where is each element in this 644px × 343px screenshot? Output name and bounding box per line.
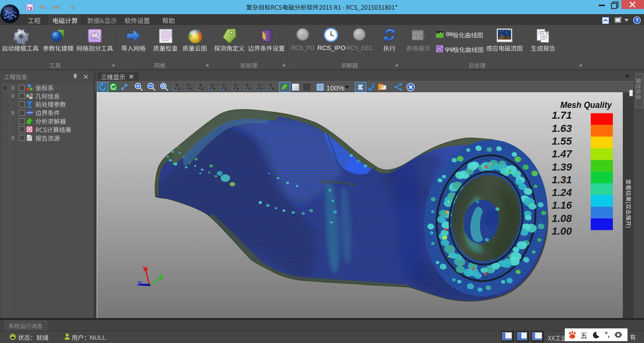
svg-text:z: z <box>268 87 270 90</box>
svg-text:1.55: 1.55 <box>552 135 572 147</box>
svg-text:y: y <box>270 83 272 87</box>
svg-text:x: x <box>213 87 215 90</box>
svg-text:z: z <box>245 87 247 90</box>
svg-text:1.71: 1.71 <box>552 109 572 121</box>
svg-text:1.08: 1.08 <box>552 212 572 224</box>
svg-text:?: ? <box>636 17 639 23</box>
svg-text:x: x <box>174 87 176 90</box>
svg-text:x: x <box>272 87 274 90</box>
svg-text:1.47: 1.47 <box>552 148 573 160</box>
svg-text:z: z <box>260 87 262 90</box>
svg-text:z: z <box>209 87 211 90</box>
svg-text:y: y <box>235 83 237 87</box>
svg-text:y: y <box>225 87 227 90</box>
svg-text:1.24: 1.24 <box>552 187 572 198</box>
svg-text:y: y <box>211 83 213 87</box>
svg-text:y: y <box>237 87 239 90</box>
svg-text:1.16: 1.16 <box>552 199 572 211</box>
svg-text:z: z <box>178 87 180 90</box>
svg-text:z: z <box>186 87 188 90</box>
svg-text:x: x <box>248 87 250 90</box>
svg-text:x: x <box>190 87 191 90</box>
svg-text:z: z <box>233 87 235 90</box>
svg-text:z: z <box>201 87 203 90</box>
svg-text:1.31: 1.31 <box>552 174 572 186</box>
svg-text:z: z <box>221 87 223 90</box>
svg-text:y: y <box>188 83 190 87</box>
svg-text:y: y <box>223 83 225 87</box>
svg-text:1.63: 1.63 <box>552 122 572 134</box>
svg-text:y: y <box>247 83 248 87</box>
svg-text:Mesh Quality: Mesh Quality <box>561 100 612 110</box>
svg-text:y: y <box>258 83 260 87</box>
svg-text:1.00: 1.00 <box>552 225 572 237</box>
svg-text:x: x <box>198 87 199 90</box>
svg-text:1.39: 1.39 <box>552 161 572 173</box>
svg-text:y: y <box>176 83 178 87</box>
svg-text:y: y <box>199 83 201 87</box>
